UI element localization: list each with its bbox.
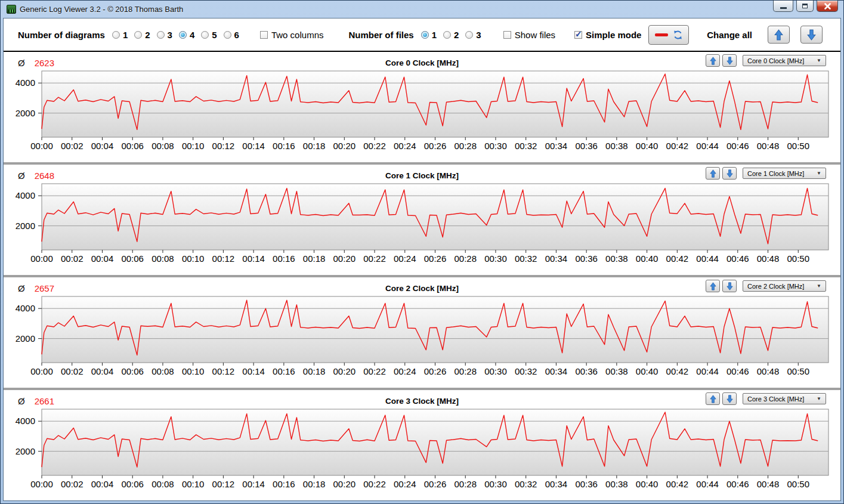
radio-files-2[interactable]: 2 <box>443 30 459 40</box>
svg-text:00:06: 00:06 <box>121 366 144 376</box>
svg-text:00:06: 00:06 <box>121 141 144 151</box>
svg-text:00:44: 00:44 <box>696 141 719 151</box>
arrow-down-icon <box>726 282 733 290</box>
check-icon: ✓ <box>575 29 582 39</box>
signal-select-dropdown[interactable]: Core 2 Clock [MHz] ▼ <box>743 280 826 292</box>
radio-icon <box>443 31 451 39</box>
chart-title: Core 1 Clock [MHz] <box>18 171 826 180</box>
svg-text:00:06: 00:06 <box>121 253 144 264</box>
chart-panel-1: Ø 2648 Core 1 Clock [MHz] Core 1 Clock [… <box>4 165 840 275</box>
chart-panel-2: Ø 2657 Core 2 Clock [MHz] Core 2 Clock [… <box>4 277 840 388</box>
svg-text:00:20: 00:20 <box>333 366 356 376</box>
svg-text:00:22: 00:22 <box>363 366 386 376</box>
signal-select-value: Core 3 Clock [MHz] <box>747 395 814 403</box>
change-all-down-button[interactable] <box>800 26 823 44</box>
svg-text:00:08: 00:08 <box>152 479 174 489</box>
svg-text:00:14: 00:14 <box>242 253 265 264</box>
panels: Ø 2623 Core 0 Clock [MHz] Core 0 Clock [… <box>4 52 840 500</box>
move-chart-up-button[interactable] <box>706 280 720 292</box>
svg-text:00:26: 00:26 <box>424 479 447 489</box>
svg-text:00:38: 00:38 <box>605 479 628 489</box>
average-symbol: Ø <box>18 171 25 181</box>
svg-text:00:20: 00:20 <box>333 479 356 489</box>
radio-diagrams-2[interactable]: 2 <box>134 30 150 40</box>
chart-plot[interactable]: 2000400000:0000:0200:0400:0600:0800:1000… <box>11 70 834 153</box>
svg-text:00:42: 00:42 <box>666 366 689 376</box>
chart-plot[interactable]: 2000400000:0000:0200:0400:0600:0800:1000… <box>11 183 834 266</box>
signal-select-dropdown[interactable]: Core 0 Clock [MHz] ▼ <box>743 55 826 66</box>
svg-text:00:04: 00:04 <box>91 366 114 376</box>
checkbox-icon <box>503 31 511 39</box>
move-chart-up-button[interactable] <box>706 167 720 180</box>
svg-text:00:20: 00:20 <box>333 253 356 264</box>
radio-files-1[interactable]: 1 <box>421 30 437 40</box>
radio-files-3[interactable]: 3 <box>465 30 481 40</box>
radio-diagrams-5[interactable]: 5 <box>201 30 217 40</box>
average-value: 2648 <box>35 171 54 181</box>
maximize-button[interactable] <box>796 1 814 12</box>
svg-text:00:24: 00:24 <box>394 253 416 264</box>
svg-text:00:44: 00:44 <box>696 479 719 489</box>
svg-text:00:36: 00:36 <box>575 253 598 264</box>
close-button[interactable] <box>817 1 838 12</box>
svg-text:00:32: 00:32 <box>515 366 537 376</box>
move-chart-down-button[interactable] <box>722 54 737 67</box>
chart-panel-header: Ø 2661 Core 3 Clock [MHz] Core 3 Clock [… <box>18 394 826 407</box>
radio-diagrams-1[interactable]: 1 <box>112 30 128 40</box>
svg-text:00:36: 00:36 <box>575 141 598 151</box>
arrow-up-icon <box>710 282 716 290</box>
two-columns-checkbox[interactable]: Two columns <box>260 30 324 40</box>
app-icon <box>7 5 16 14</box>
simple-mode-label: Simple mode <box>586 30 641 40</box>
signal-select-dropdown[interactable]: Core 3 Clock [MHz] ▼ <box>743 393 826 404</box>
minimize-icon <box>780 7 787 9</box>
minimize-button[interactable] <box>773 1 793 12</box>
chart-title: Core 0 Clock [MHz] <box>18 58 826 67</box>
svg-text:00:00: 00:00 <box>30 479 53 489</box>
svg-text:00:04: 00:04 <box>91 141 114 151</box>
svg-text:00:00: 00:00 <box>30 253 53 264</box>
svg-text:00:22: 00:22 <box>363 479 386 489</box>
radio-icon <box>112 31 120 39</box>
svg-text:00:44: 00:44 <box>696 253 719 264</box>
svg-text:00:38: 00:38 <box>605 253 628 264</box>
move-chart-up-button[interactable] <box>706 392 720 405</box>
number-of-files-label: Number of files <box>348 30 413 40</box>
svg-text:00:30: 00:30 <box>484 253 507 264</box>
svg-text:00:38: 00:38 <box>605 366 628 376</box>
chart-plot[interactable]: 2000400000:0000:0200:0400:0600:0800:1000… <box>11 408 834 491</box>
svg-text:00:50: 00:50 <box>787 141 809 151</box>
move-chart-up-button[interactable] <box>706 54 720 67</box>
arrow-down-icon <box>807 29 816 41</box>
svg-text:00:10: 00:10 <box>182 366 205 376</box>
simple-mode-checkbox[interactable]: ✓ Simple mode <box>574 30 641 40</box>
svg-text:00:30: 00:30 <box>484 366 507 376</box>
svg-text:00:48: 00:48 <box>757 366 780 376</box>
move-chart-down-button[interactable] <box>722 167 737 180</box>
svg-text:00:18: 00:18 <box>303 253 326 264</box>
arrow-down-icon <box>726 169 733 178</box>
line-sample-icon <box>655 33 668 36</box>
show-files-checkbox[interactable]: Show files <box>503 30 555 40</box>
svg-text:00:36: 00:36 <box>575 366 598 376</box>
change-all-up-button[interactable] <box>768 26 790 44</box>
svg-text:00:18: 00:18 <box>303 479 326 489</box>
arrow-down-icon <box>726 57 733 65</box>
svg-text:00:50: 00:50 <box>787 366 809 376</box>
svg-text:00:48: 00:48 <box>757 253 780 264</box>
move-chart-down-button[interactable] <box>722 392 737 405</box>
chart-plot[interactable]: 2000400000:0000:0200:0400:0600:0800:1000… <box>11 295 834 379</box>
svg-text:00:16: 00:16 <box>273 479 295 489</box>
svg-text:4000: 4000 <box>16 190 35 200</box>
radio-diagrams-4[interactable]: 4 <box>179 30 194 40</box>
radio-label: 6 <box>234 30 239 40</box>
radio-label: 5 <box>212 30 217 40</box>
radio-diagrams-6[interactable]: 6 <box>224 30 239 40</box>
signal-select-dropdown[interactable]: Core 1 Clock [MHz] ▼ <box>743 168 826 179</box>
radio-diagrams-3[interactable]: 3 <box>157 30 172 40</box>
svg-text:00:32: 00:32 <box>515 253 537 264</box>
svg-text:00:40: 00:40 <box>636 479 658 489</box>
move-chart-down-button[interactable] <box>722 280 737 292</box>
svg-text:00:10: 00:10 <box>182 141 205 151</box>
line-style-refresh-button[interactable] <box>648 25 689 45</box>
